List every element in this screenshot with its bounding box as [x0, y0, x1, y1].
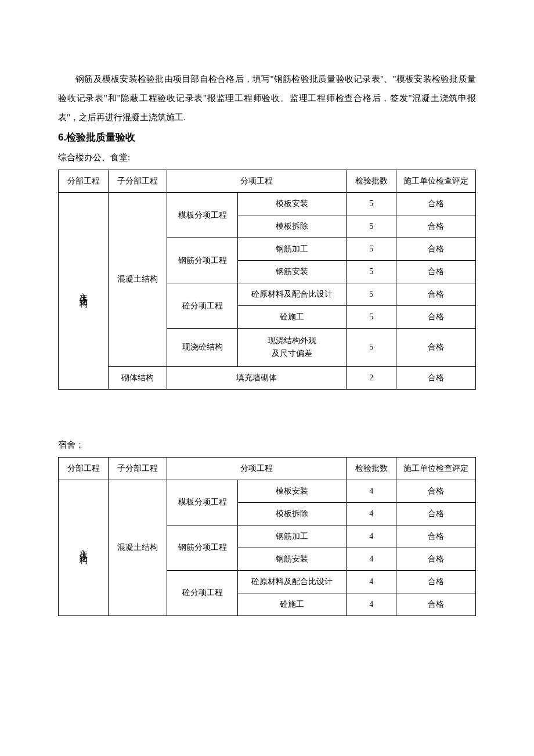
result-cell: 合格	[396, 480, 476, 502]
table2-caption: 宿舍：	[58, 436, 476, 453]
th-subdivision: 子分部工程	[109, 457, 167, 480]
inspection-table-2: 分部工程 子分部工程 分项工程 检验批数 施工单位检查评定 主体结构 混凝土结构…	[58, 457, 476, 616]
group-formwork: 模板分项工程	[167, 193, 237, 238]
th-subdivision: 子分部工程	[109, 170, 167, 193]
group-rebar: 钢筋分项工程	[167, 525, 237, 570]
result-cell: 合格	[396, 366, 476, 389]
result-cell: 合格	[396, 283, 476, 306]
intro-paragraph: 钢筋及模板安装检验批由项目部自检合格后，填写"钢筋检验批质量验收记录表"、"模板…	[58, 70, 476, 127]
group-concrete: 砼分项工程	[167, 283, 237, 329]
item-cell: 模板安装	[238, 193, 347, 215]
item-cell: 钢筋加工	[238, 238, 347, 261]
result-cell: 合格	[396, 238, 476, 261]
col-subdivision-concrete: 混凝土结构	[109, 193, 167, 367]
table-row: 主体结构 混凝土结构 模板分项工程 模板安装 4 合格	[59, 480, 476, 502]
result-cell: 合格	[396, 525, 476, 548]
col-division: 主体结构	[59, 193, 109, 390]
result-cell: 合格	[396, 570, 476, 593]
group-cast: 现浇砼结构	[167, 329, 237, 367]
count-cell: 5	[347, 215, 396, 238]
item-cell: 钢筋加工	[238, 525, 347, 548]
th-count: 检验批数	[347, 170, 396, 193]
item-cell: 模板安装	[238, 480, 347, 502]
result-cell: 合格	[396, 193, 476, 215]
th-division: 分部工程	[59, 170, 109, 193]
count-cell: 4	[347, 480, 396, 502]
table-row: 砌体结构 填充墙砌体 2 合格	[59, 366, 476, 389]
count-cell: 5	[347, 306, 396, 329]
result-cell: 合格	[396, 261, 476, 283]
item-cell: 钢筋安装	[238, 261, 347, 283]
count-cell: 5	[347, 193, 396, 215]
group-rebar: 钢筋分项工程	[167, 238, 237, 283]
item-cell: 钢筋安装	[238, 548, 347, 570]
section-heading: 6.检验批质量验收	[58, 131, 476, 144]
item-cell: 现浇结构外观及尺寸偏差	[238, 329, 347, 367]
table-header-row: 分部工程 子分部工程 分项工程 检验批数 施工单位检查评定	[59, 170, 476, 193]
result-cell: 合格	[396, 306, 476, 329]
th-count: 检验批数	[347, 457, 396, 480]
th-subitem: 分项工程	[167, 170, 346, 193]
th-subitem: 分项工程	[167, 457, 346, 480]
result-cell: 合格	[396, 502, 476, 525]
table-header-row: 分部工程 子分部工程 分项工程 检验批数 施工单位检查评定	[59, 457, 476, 480]
col-subdivision-masonry: 砌体结构	[109, 366, 167, 389]
col-subdivision-concrete: 混凝土结构	[109, 480, 167, 615]
count-cell: 4	[347, 525, 396, 548]
item-cell: 砼施工	[238, 593, 347, 615]
result-cell: 合格	[396, 329, 476, 367]
result-cell: 合格	[396, 215, 476, 238]
count-cell: 4	[347, 593, 396, 615]
count-cell: 5	[347, 261, 396, 283]
col-division: 主体结构	[59, 480, 109, 615]
item-cell: 砼原材料及配合比设计	[238, 283, 347, 306]
count-cell: 2	[347, 366, 396, 389]
table1-caption: 综合楼办公、食堂:	[58, 149, 476, 166]
th-division: 分部工程	[59, 457, 109, 480]
count-cell: 5	[347, 329, 396, 367]
table-row: 主体结构 混凝土结构 模板分项工程 模板安装 5 合格	[59, 193, 476, 215]
inspection-table-1: 分部工程 子分部工程 分项工程 检验批数 施工单位检查评定 主体结构 混凝土结构…	[58, 170, 476, 390]
item-cell: 模板拆除	[238, 215, 347, 238]
th-result: 施工单位检查评定	[396, 457, 476, 480]
count-cell: 4	[347, 570, 396, 593]
count-cell: 4	[347, 502, 396, 525]
count-cell: 5	[347, 283, 396, 306]
group-concrete: 砼分项工程	[167, 570, 237, 615]
count-cell: 5	[347, 238, 396, 261]
group-formwork: 模板分项工程	[167, 480, 237, 525]
count-cell: 4	[347, 548, 396, 570]
item-cell: 砼原材料及配合比设计	[238, 570, 347, 593]
item-cell: 模板拆除	[238, 502, 347, 525]
result-cell: 合格	[396, 593, 476, 615]
item-cell: 砼施工	[238, 306, 347, 329]
th-result: 施工单位检查评定	[396, 170, 476, 193]
item-cell: 填充墙砌体	[167, 366, 346, 389]
result-cell: 合格	[396, 548, 476, 570]
